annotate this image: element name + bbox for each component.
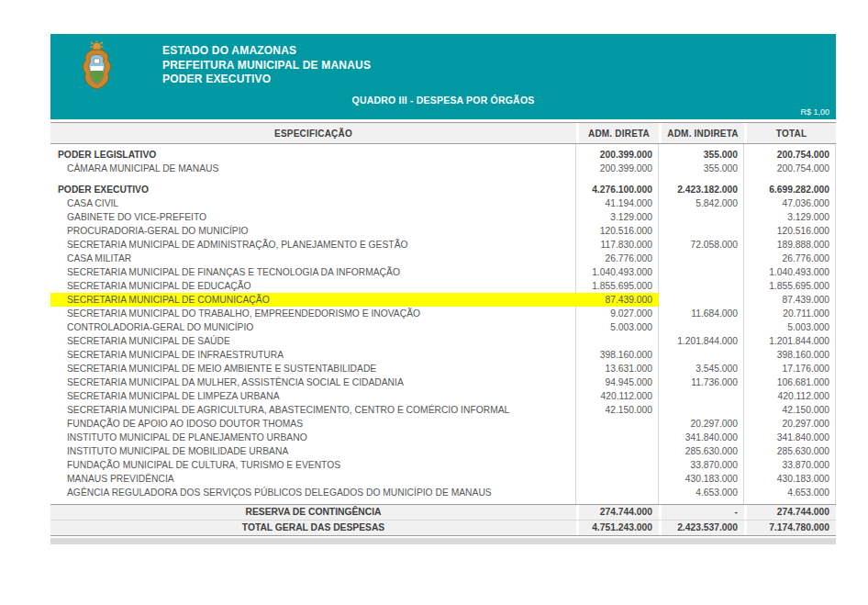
body-amount-cell [659,265,744,279]
body-spec-cell: SECRETARIA MUNICIPAL DE SAÚDE [50,334,576,348]
body-spec-cell: SECRETARIA MUNICIPAL DE AGRICULTURA, ABA… [50,403,576,417]
body-spec-cell: CASA MILITAR [50,252,576,265]
body-amount-cell: 1.855.695.000 [744,279,836,293]
body-amount-cell: 398.160.000 [576,348,659,362]
body-amount-cell: 33.870.000 [744,458,836,472]
body-amount-cell: 17.176.000 [744,362,836,375]
footer-amount-cell: 4.751.243.000 [576,521,659,535]
body-amount-cell [659,210,744,224]
body-amount-cell: 13.631.000 [576,362,659,375]
body-amount-cell: 3.545.000 [659,362,744,375]
table-row: AGÊNCIA REGULADORA DOS SERVIÇOS PÚBLICOS… [50,486,836,499]
body-amount-cell [659,403,744,417]
body-amount-cell: 42.150.000 [576,403,659,417]
body-amount-cell: 1.201.844.000 [744,334,836,348]
table-row: SECRETARIA MUNICIPAL DA MULHER, ASSISTÊN… [50,375,836,389]
body-spec-cell: MANAUS PREVIDÊNCIA [50,472,576,486]
body-amount-cell: 4.653.000 [659,486,744,499]
body-amount-cell [659,389,744,403]
body-spec-cell: SECRETARIA MUNICIPAL DE LIMPEZA URBANA [50,389,576,403]
body-spec-cell: INSTITUTO MUNICIPAL DE MOBILIDADE URBANA [50,444,576,458]
footer-spec-cell: TOTAL GERAL DAS DESPESAS [50,521,576,535]
body-amount-cell: 1.855.695.000 [576,279,659,293]
body-amount-cell: 87.439.000 [576,293,659,307]
body-amount-cell: 87.439.000 [744,293,836,307]
body-spec-cell: AGÊNCIA REGULADORA DOS SERVIÇOS PÚBLICOS… [50,486,576,499]
body-amount-cell: 3.129.000 [576,210,659,224]
table-row: SECRETARIA MUNICIPAL DE ADMINISTRAÇÃO, P… [50,238,836,252]
table-row: CÂMARA MUNICIPAL DE MANAUS200.399.000355… [50,162,836,175]
body-amount-cell: 1.040.493.000 [744,265,836,279]
body-amount-cell: 106.681.000 [744,375,836,389]
table-row: SECRETARIA MUNICIPAL DE FINANÇAS E TECNO… [50,265,836,279]
table-row: INSTITUTO MUNICIPAL DE MOBILIDADE URBANA… [50,444,836,458]
body-spec-cell: PODER EXECUTIVO [50,183,576,196]
column-header-adm-indireta: ADM. INDIRETA [659,123,744,143]
org-line-city: PREFEITURA MUNICIPAL DE MANAUS [162,59,371,73]
body-amount-cell: 341.840.000 [659,431,744,444]
body-amount-cell: 355.000 [659,162,744,175]
table-row: TOTAL GERAL DAS DESPESAS4.751.243.0002.4… [50,520,836,535]
body-spec-cell: PODER LEGISLATIVO [50,148,576,162]
body-amount-cell: 26.776.000 [576,252,659,265]
body-spec-cell: INSTITUTO MUNICIPAL DE PLANEJAMENTO URBA… [50,431,576,444]
body-amount-cell: 5.842.000 [659,196,744,210]
body-amount-cell: 2.423.182.000 [659,183,744,196]
body-amount-cell: 20.297.000 [744,417,836,431]
body-amount-cell: 285.630.000 [659,444,744,458]
body-amount-cell: 11.684.000 [659,307,744,320]
table-row: SECRETARIA MUNICIPAL DE INFRAESTRUTURA39… [50,348,836,362]
body-amount-cell: 11.736.000 [659,375,744,389]
table-body: PODER LEGISLATIVO200.399.000355.000200.7… [50,144,836,504]
org-identification: ESTADO DO AMAZONAS PREFEITURA MUNICIPAL … [162,44,371,87]
column-header-especificacao: ESPECIFICAÇÃO [50,123,576,143]
document-header-band: ESTADO DO AMAZONAS PREFEITURA MUNICIPAL … [50,34,836,119]
body-spec-cell: PROCURADORIA-GERAL DO MUNICÍPIO [50,224,576,238]
body-amount-cell: 26.776.000 [744,252,836,265]
currency-note: R$ 1,00 [800,107,829,117]
table-row: PODER LEGISLATIVO200.399.000355.000200.7… [50,148,836,162]
footer-amount-cell: 7.174.780.000 [744,521,836,535]
table-row: CASA CIVIL41.194.0005.842.00047.036.000 [50,196,836,210]
table-header-row: ESPECIFICAÇÃO ADM. DIRETA ADM. INDIRETA … [50,122,836,144]
spacer-row [50,175,836,183]
body-amount-cell [659,224,744,238]
body-amount-cell: 20.711.000 [744,307,836,320]
body-amount-cell [659,279,744,293]
body-amount-cell: 4.653.000 [744,486,836,499]
column-header-total: TOTAL [744,123,836,143]
org-line-branch: PODER EXECUTIVO [162,73,371,87]
body-amount-cell: 430.183.000 [744,472,836,486]
body-spec-cell: SECRETARIA MUNICIPAL DO TRABALHO, EMPREE… [50,307,576,320]
body-spec-cell: SECRETARIA MUNICIPAL DE EDUCAÇÃO [50,279,576,293]
body-amount-cell: 200.754.000 [744,148,836,162]
body-spec-cell: SECRETARIA MUNICIPAL DA MULHER, ASSISTÊN… [50,375,576,389]
table-row: SECRETARIA MUNICIPAL DE LIMPEZA URBANA42… [50,389,836,403]
body-amount-cell [576,458,659,472]
body-spec-cell: CASA CIVIL [50,196,576,210]
body-spec-cell: SECRETARIA MUNICIPAL DE FINANÇAS E TECNO… [50,265,576,279]
body-amount-cell: 430.183.000 [659,472,744,486]
footer-amount-cell: 274.744.000 [576,505,659,520]
document-page: ESTADO DO AMAZONAS PREFEITURA MUNICIPAL … [50,34,836,544]
table-row: SECRETARIA MUNICIPAL DE SAÚDE1.201.844.0… [50,334,836,348]
footer-spec-cell: RESERVA DE CONTINGÊNCIA [50,505,576,520]
body-amount-cell: 4.276.100.000 [576,183,659,196]
body-amount-cell: 6.699.282.000 [744,183,836,196]
body-amount-cell [659,320,744,334]
body-amount-cell: 20.297.000 [659,417,744,431]
body-amount-cell: 420.112.000 [744,389,836,403]
page-title: QUADRO III - DESPESA POR ÓRGÃOS [50,95,836,106]
body-amount-cell: 5.003.000 [576,320,659,334]
body-amount-cell [576,334,659,348]
column-header-adm-direta: ADM. DIRETA [576,123,659,143]
body-spec-cell: GABINETE DO VICE-PREFEITO [50,210,576,224]
table-row: SECRETARIA MUNICIPAL DO TRABALHO, EMPREE… [50,307,836,320]
body-spec-cell: CONTROLADORIA-GERAL DO MUNICÍPIO [50,320,576,334]
org-line-state: ESTADO DO AMAZONAS [162,44,371,59]
body-amount-cell: 420.112.000 [576,389,659,403]
body-amount-cell: 120.516.000 [744,224,836,238]
body-amount-cell: 41.194.000 [576,196,659,210]
body-amount-cell [659,348,744,362]
table-footer: RESERVA DE CONTINGÊNCIA274.744.000-274.7… [50,504,836,536]
